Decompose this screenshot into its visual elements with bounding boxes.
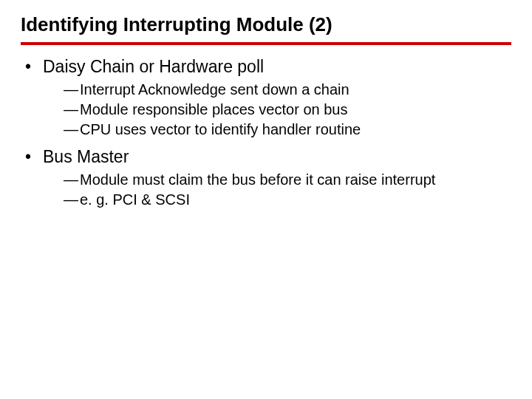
sub-list: Interrupt Acknowledge sent down a chain … bbox=[43, 80, 511, 140]
sub-text: Interrupt Acknowledge sent down a chain bbox=[80, 81, 349, 98]
sub-item: Interrupt Acknowledge sent down a chain bbox=[64, 80, 511, 100]
sub-text: Module must claim the bus before it can … bbox=[80, 171, 435, 188]
bullet-text: Bus Master bbox=[43, 147, 129, 166]
bullet-list: Daisy Chain or Hardware poll Interrupt A… bbox=[21, 55, 511, 210]
sub-list: Module must claim the bus before it can … bbox=[43, 170, 511, 210]
sub-text: e. g. PCI & SCSI bbox=[80, 191, 190, 208]
slide: Identifying Interrupting Module (2) Dais… bbox=[0, 0, 532, 399]
bullet-item: Bus Master Module must claim the bus bef… bbox=[21, 146, 511, 210]
sub-item: CPU uses vector to identify handler rout… bbox=[64, 120, 511, 140]
bullet-item: Daisy Chain or Hardware poll Interrupt A… bbox=[21, 55, 511, 140]
sub-text: Module responsible places vector on bus bbox=[80, 101, 347, 117]
sub-item: Module responsible places vector on bus bbox=[64, 100, 511, 120]
sub-item: Module must claim the bus before it can … bbox=[64, 170, 511, 190]
sub-item: e. g. PCI & SCSI bbox=[64, 190, 511, 210]
sub-text: CPU uses vector to identify handler rout… bbox=[80, 121, 361, 137]
slide-title: Identifying Interrupting Module (2) bbox=[21, 13, 511, 45]
bullet-text: Daisy Chain or Hardware poll bbox=[43, 57, 264, 76]
